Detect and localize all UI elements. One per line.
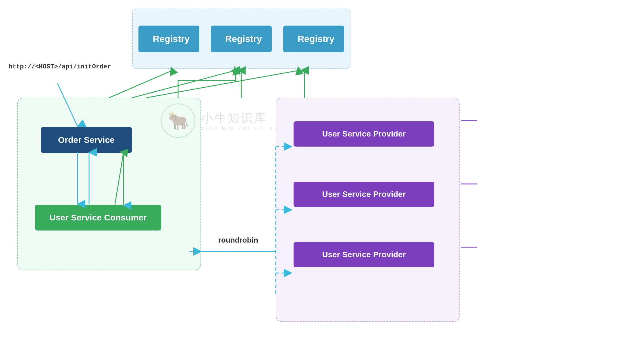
watermark-text: 小牛知识库 XIAO NIU ZHI SHI KU [201,110,279,131]
user-consumer-box: User Service Consumer [35,205,161,231]
watermark-cn: 小牛知识库 [201,110,279,126]
svg-line-1 [132,70,236,98]
registry-box-3: Registry [283,26,344,52]
registry-cluster: Registry Registry Registry [132,9,350,69]
watermark-en: XIAO NIU ZHI SHI KU [201,126,279,131]
diagram-container: Registry Registry Registry http://<HOST>… [0,0,644,338]
order-service-box: Order Service [41,127,132,153]
provider-box-3: User Service Provider [294,242,434,267]
provider-cluster: User Service Provider User Service Provi… [276,98,460,322]
watermark-icon: 🐂 [161,103,195,138]
registry-box-1: Registry [138,26,199,52]
provider-box-1: User Service Provider [294,121,434,147]
registry-box-2: Registry [211,26,272,52]
svg-line-0 [109,70,172,98]
svg-line-2 [146,70,299,98]
watermark: 🐂 小牛知识库 XIAO NIU ZHI SHI KU [161,103,279,138]
provider-box-2: User Service Provider [294,182,434,207]
roundrobin-label: roundrobin [218,236,258,245]
url-label: http://<HOST>/api/initOrder [9,63,111,70]
